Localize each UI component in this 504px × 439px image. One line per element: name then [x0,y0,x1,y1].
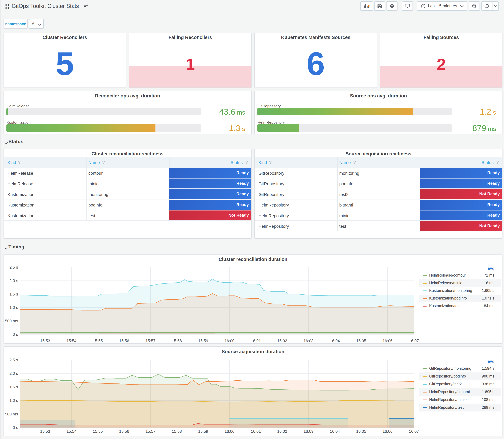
svg-text:500 ms: 500 ms [5,412,18,416]
svg-text:16:07: 16:07 [409,429,419,434]
svg-text:16:04: 16:04 [330,339,340,343]
svg-text:15:56: 15:56 [119,429,129,434]
svg-text:16:02: 16:02 [277,339,287,343]
svg-text:2.0 s: 2.0 s [10,371,18,376]
svg-text:15:53: 15:53 [40,429,50,434]
svg-text:15:53: 15:53 [40,339,50,343]
svg-text:16:05: 16:05 [356,339,366,343]
svg-text:16:06: 16:06 [382,429,393,434]
svg-text:2.0 s: 2.0 s [10,278,18,283]
svg-text:16:01: 16:01 [251,339,261,343]
svg-text:15:55: 15:55 [93,339,103,343]
svg-text:2.5 s: 2.5 s [10,265,18,269]
svg-text:16:04: 16:04 [330,429,340,434]
svg-text:15:55: 15:55 [93,429,103,434]
svg-text:2.5 s: 2.5 s [10,358,18,362]
svg-text:16:00: 16:00 [224,339,234,343]
svg-text:1.0 s: 1.0 s [10,398,18,403]
svg-text:16:03: 16:03 [304,429,314,434]
svg-text:0 s: 0 s [13,425,18,430]
svg-text:15:57: 15:57 [146,339,155,343]
svg-text:16:01: 16:01 [251,429,261,434]
svg-text:15:54: 15:54 [67,339,76,343]
svg-text:15:58: 15:58 [172,339,182,343]
svg-text:15:56: 15:56 [119,339,129,343]
svg-text:16:02: 16:02 [277,429,287,434]
svg-text:15:58: 15:58 [172,429,182,434]
svg-text:1.0 s: 1.0 s [10,305,18,310]
svg-text:16:05: 16:05 [356,429,366,434]
svg-text:1.5 s: 1.5 s [10,292,18,296]
svg-text:15:54: 15:54 [67,429,76,434]
svg-text:16:03: 16:03 [304,339,314,343]
svg-text:16:06: 16:06 [382,339,393,343]
svg-text:16:07: 16:07 [409,339,419,343]
svg-text:15:59: 15:59 [198,429,208,434]
svg-text:15:59: 15:59 [198,339,208,343]
svg-text:1.5 s: 1.5 s [10,385,18,389]
svg-text:500 ms: 500 ms [5,319,18,323]
svg-text:15:57: 15:57 [146,429,155,434]
svg-text:16:00: 16:00 [224,429,234,434]
svg-text:0 s: 0 s [13,332,18,337]
